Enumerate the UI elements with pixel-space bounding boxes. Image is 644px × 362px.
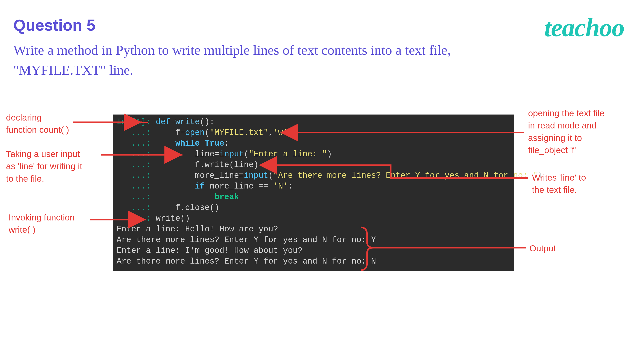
keyword-break: break — [214, 192, 239, 202]
code-text: , — [268, 128, 273, 137]
code-text: line= — [156, 149, 219, 159]
output-line: Enter a line: I'm good! How about you? — [116, 246, 303, 255]
string-literal: 'N' — [273, 182, 288, 191]
continuation-prompt: ...: — [116, 128, 156, 137]
output-line: Are there more lines? Enter Y for yes an… — [116, 235, 376, 245]
builtin-input: input — [244, 171, 268, 180]
code-text: (): — [200, 117, 214, 126]
code-text: write() — [156, 214, 190, 223]
function-name: write — [176, 117, 200, 126]
code-text: f= — [156, 128, 185, 137]
code-text — [156, 192, 214, 202]
annotation-declaring: declaring function count( ) — [6, 111, 69, 136]
annotation-invoking: Invoking function write( ) — [8, 211, 75, 236]
string-literal: "Are there more lines? Enter Y for yes a… — [273, 171, 538, 180]
continuation-prompt: ...: — [116, 214, 156, 223]
code-text — [156, 182, 195, 191]
annotation-writes-line: Writes 'line' to the text file. — [532, 172, 586, 196]
continuation-prompt: ...: — [116, 192, 156, 202]
keyword-def: def — [156, 117, 175, 126]
continuation-prompt: ...: — [116, 160, 156, 169]
code-text: ( — [204, 128, 210, 137]
string-literal: "MYFILE.txt" — [210, 128, 268, 137]
annotation-opening-file: opening the text file in read mode and a… — [528, 107, 604, 157]
code-text: more_line == — [210, 182, 273, 191]
builtin-open: open — [185, 128, 204, 137]
annotation-output: Output — [529, 242, 556, 255]
ipython-prompt: In [1]: — [116, 117, 156, 126]
code-block: In [1]: def write(): ...: f=open("MYFILE… — [113, 114, 514, 271]
code-text: ) — [288, 128, 293, 137]
continuation-prompt: ...: — [116, 149, 156, 159]
code-text: ) — [327, 149, 332, 159]
question-text: Write a method in Python to write multip… — [13, 40, 456, 80]
string-literal: 'w' — [273, 128, 288, 137]
string-literal: "Enter a line: " — [249, 149, 327, 159]
builtin-input: input — [220, 149, 244, 159]
continuation-prompt: ...: — [116, 171, 156, 180]
brand-logo: teachoo — [544, 13, 624, 42]
code-text: ( — [268, 171, 273, 180]
code-text: ( — [244, 149, 249, 159]
keyword-while: while — [176, 139, 205, 148]
continuation-prompt: ...: — [116, 182, 156, 191]
continuation-prompt: ...: — [116, 139, 156, 148]
annotation-user-input: Taking a user input as 'line' for writin… — [6, 148, 82, 185]
keyword-true: True — [204, 139, 224, 148]
keyword-if: if — [195, 182, 210, 191]
continuation-prompt: ...: — [116, 203, 156, 212]
question-title: Question 5 — [13, 16, 95, 34]
code-text: f.write(line) — [156, 160, 258, 169]
code-text — [156, 139, 175, 148]
code-text: more_line= — [156, 171, 244, 180]
output-line: Are there more lines? Enter Y for yes an… — [116, 257, 376, 266]
code-text: f.close() — [156, 203, 219, 212]
code-text: : — [224, 139, 229, 148]
code-text: : — [288, 182, 293, 191]
output-line: Enter a line: Hello! How are you? — [116, 225, 278, 234]
